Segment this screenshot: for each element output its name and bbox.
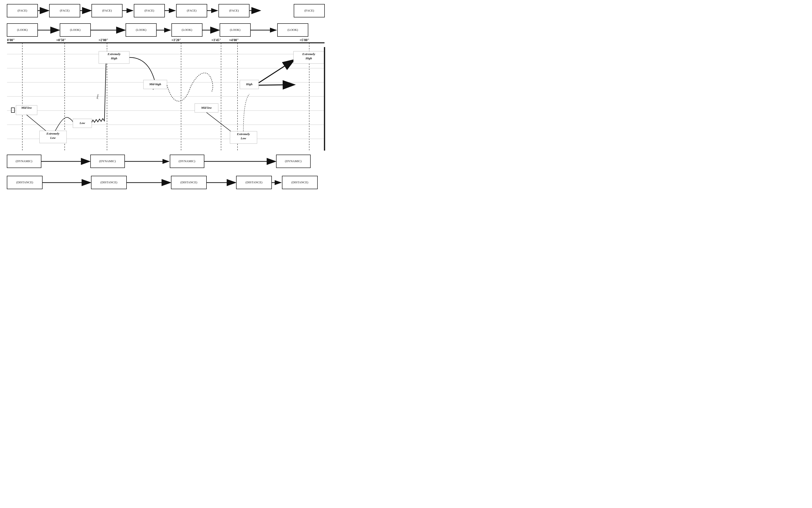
intensity-midlow-start: Mid-low <box>21 106 32 110</box>
dynamic-label-1: (DYNAMIC) <box>16 159 33 163</box>
svg-line-44 <box>259 85 294 85</box>
timeline-345: ≈3'45" <box>211 38 221 42</box>
timeline-400: ≈4'00" <box>229 38 239 42</box>
face-label-1: (FACE) <box>18 9 27 12</box>
svg-text:High: High <box>110 56 117 60</box>
face-label-6: (FACE) <box>229 9 239 12</box>
face-label-3: (FACE) <box>102 9 112 12</box>
svg-line-43 <box>259 60 294 83</box>
intensity-high: High <box>246 82 252 86</box>
distance-label-1: (DISTANCE) <box>16 180 33 184</box>
intensity-midhigh: Mid-high <box>149 82 161 86</box>
face-label-2: (FACE) <box>60 9 69 12</box>
intensity-exthigh-left: Extremely <box>107 52 121 56</box>
intensity-midlow-right: Mid-low <box>201 106 212 110</box>
timeline-0: 0'00" <box>7 38 15 42</box>
timeline-320: ≈3'20" <box>172 38 181 42</box>
intensity-extlow-right: Extremely <box>237 132 250 136</box>
timeline-200: ≈2'00" <box>99 38 108 42</box>
look-label-6: (LOOK) <box>288 28 298 32</box>
svg-rect-29 <box>11 108 14 113</box>
distance-label-5: (DISTANCE) <box>291 180 308 184</box>
intensity-exthigh-right: Extremely <box>302 52 315 56</box>
intensity-extlow-left: Extremely <box>46 132 59 135</box>
timeline-050: ≈0'50" <box>56 38 66 42</box>
face-label-7: (FACE) <box>304 9 314 12</box>
look-label-1: (LOOK) <box>17 28 28 32</box>
intensity-low: Low <box>79 121 85 125</box>
dynamic-label-3: (DYNAMIC) <box>179 159 195 163</box>
dynamic-label-2: (DYNAMIC) <box>99 159 116 163</box>
look-label-5: (LOOK) <box>230 28 241 32</box>
look-label-4: (LOOK) <box>182 28 192 32</box>
face-label-4: (FACE) <box>145 9 154 12</box>
distance-label-2: (DISTANCE) <box>100 180 117 184</box>
svg-text:Low: Low <box>50 136 55 139</box>
look-label-3: (LOOK) <box>136 28 146 32</box>
svg-text:High: High <box>305 56 312 60</box>
porr-label: porr. <box>95 93 99 99</box>
look-label-2: (LOOK) <box>70 28 81 32</box>
svg-text:Low: Low <box>240 136 246 140</box>
timeline-500: ≈5'00" <box>300 38 309 42</box>
distance-label-3: (DISTANCE) <box>180 180 197 184</box>
distance-label-4: (DISTANCE) <box>245 180 262 184</box>
svg-line-31 <box>27 115 47 132</box>
dynamic-label-4: (DYNAMIC) <box>285 159 302 163</box>
diagram-container: (FACE) (FACE) (FACE) (FACE) (FACE) (FACE… <box>0 0 329 207</box>
face-label-5: (FACE) <box>187 9 197 12</box>
